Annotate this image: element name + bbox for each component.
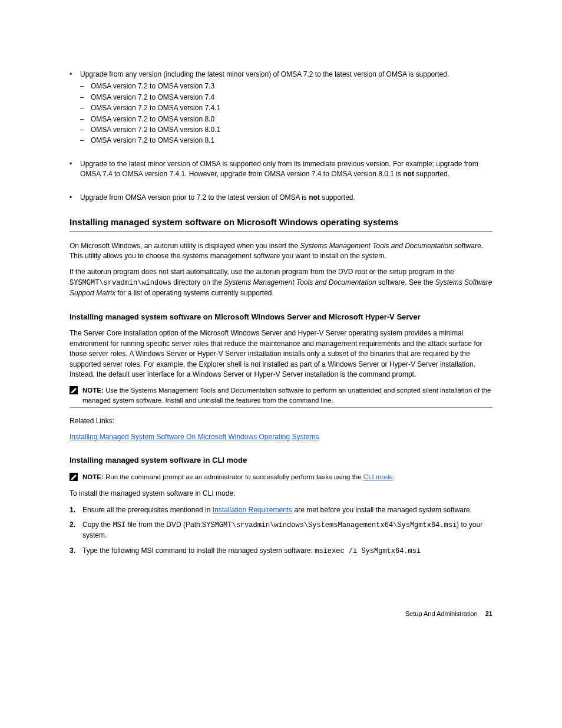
text-fragment: supported. [320, 193, 355, 202]
text-fragment: On Microsoft Windows, an autorun utility… [70, 242, 300, 250]
sub-dash: – [80, 125, 91, 135]
text-fragment: file from the DVD (Path: [125, 521, 202, 529]
step-number: 3. [70, 546, 82, 556]
sub-text: OMSA version 7.2 to OMSA version 7.3 [91, 81, 492, 91]
section-title-cli: Installing managed system software in CL… [70, 455, 492, 466]
paragraph: The Server Core installation option of t… [70, 328, 492, 380]
sub-text: OMSA version 7.2 to OMSA version 7.4 [91, 93, 492, 103]
note-icon [70, 386, 78, 394]
paragraph: To install the managed system software i… [70, 489, 492, 499]
bullet-upgrade-notsupported: • Upgrade from OMSA version prior to 7.2… [70, 193, 492, 203]
bullet-sublist: –OMSA version 7.2 to OMSA version 7.3 –O… [80, 81, 492, 146]
footer-page-number: 21 [485, 610, 492, 617]
text-fragment: directory on the [171, 278, 224, 286]
step-number: 2. [70, 520, 82, 541]
sub-dash: – [80, 93, 91, 103]
related-links-label: Related Links: [70, 416, 492, 426]
paragraph: If the autorun program does not start au… [70, 267, 492, 298]
note-cli: NOTE: Run the command prompt as an admin… [70, 472, 492, 482]
list-item: 2. Copy the MSI file from the DVD (Path:… [70, 520, 492, 541]
text-fragment: Copy the [82, 521, 113, 529]
cli-steps: 1. Ensure all the prerequisites mentione… [70, 505, 492, 557]
note-text: NOTE: Run the command prompt as an admin… [82, 472, 492, 482]
text-mono: SYSMGMT\srvadmin\windows\SystemsManageme… [202, 521, 457, 529]
text-italic: Systems Management Tools and Documentati… [224, 278, 376, 286]
note-text: NOTE: Use the Systems Management Tools a… [82, 386, 492, 404]
bullet-text: Upgrade from OMSA version prior to 7.2 t… [80, 193, 492, 203]
link-install-windows[interactable]: Installing Managed System Software On Mi… [70, 433, 319, 441]
note-body: . [393, 473, 395, 480]
list-item: 3. Type the following MSI command to ins… [70, 546, 492, 556]
text-mono: SYSMGMT\srvadmin\windows [70, 279, 171, 287]
step-number: 1. [70, 505, 82, 515]
text-fragment: Type the following MSI command to instal… [82, 546, 315, 555]
sub-text: OMSA version 7.2 to OMSA version 8.0 [91, 114, 492, 124]
sub-text: OMSA version 7.2 to OMSA version 8.0.1 [91, 125, 492, 135]
sub-dash: – [80, 81, 91, 91]
bullet-marker: • [70, 70, 80, 80]
sub-dash: – [80, 114, 91, 124]
section-title-hyperv: Installing managed system software on Mi… [70, 312, 492, 323]
sub-text: OMSA version 7.2 to OMSA version 8.1 [91, 136, 492, 146]
text-bold: not [403, 170, 414, 178]
bullet-text: Upgrade to the latest minor version of O… [80, 159, 492, 180]
section-title-windows: Installing managed system software on Mi… [70, 216, 492, 232]
text-mono: msiexec /i SysMgmtx64.msi [315, 547, 421, 555]
list-item: 1. Ensure all the prerequisites mentione… [70, 505, 492, 515]
text-italic: Systems Management Tools and Documentati… [300, 242, 452, 250]
text-fragment: for a list of operating systems currentl… [115, 289, 274, 297]
text-bold: not [309, 193, 320, 202]
text-fragment: software. See the [376, 278, 435, 286]
step-text: Copy the MSI file from the DVD (Path:SYS… [82, 520, 492, 541]
related-link-item: Installing Managed System Software On Mi… [70, 432, 492, 442]
footer-title: Setup And Administration [405, 610, 478, 617]
link-cli-mode[interactable]: CLI mode [363, 473, 393, 480]
note-label: NOTE: [82, 473, 105, 480]
sub-text: OMSA version 7.2 to OMSA version 7.4.1 [91, 103, 492, 113]
note-icon [70, 473, 78, 481]
step-text: Type the following MSI command to instal… [82, 546, 492, 556]
text-fragment: are met before you install the managed s… [292, 506, 472, 514]
text-fragment: If the autorun program does not start au… [70, 268, 454, 276]
text-fragment: Upgrade from OMSA version prior to 7.2 t… [80, 193, 309, 202]
note-label: NOTE: [82, 387, 105, 394]
bullet-upgrade-supported: • Upgrade from any version (including th… [70, 70, 492, 146]
note-body: Use the Systems Management Tools and Doc… [82, 387, 491, 403]
sub-dash: – [80, 103, 91, 113]
note-body: Run the command prompt as an administrat… [105, 473, 363, 480]
link-install-requirements[interactable]: Installation Requirements [213, 506, 292, 514]
text-fragment: supported. [414, 170, 449, 178]
bullet-text: Upgrade from any version (including the … [80, 70, 492, 80]
paragraph: On Microsoft Windows, an autorun utility… [70, 241, 492, 262]
step-text: Ensure all the prerequisites mentioned i… [82, 505, 492, 515]
text-mono: MSI [113, 521, 125, 529]
text-fragment: Ensure all the prerequisites mentioned i… [82, 506, 213, 514]
sub-dash: – [80, 136, 91, 146]
bullet-marker: • [70, 159, 80, 180]
note-section-divider: NOTE: Use the Systems Management Tools a… [70, 386, 492, 407]
page-footer: Setup And Administration 21 [70, 610, 492, 619]
bullet-upgrade-minor: • Upgrade to the latest minor version of… [70, 159, 492, 180]
bullet-marker: • [70, 193, 80, 203]
